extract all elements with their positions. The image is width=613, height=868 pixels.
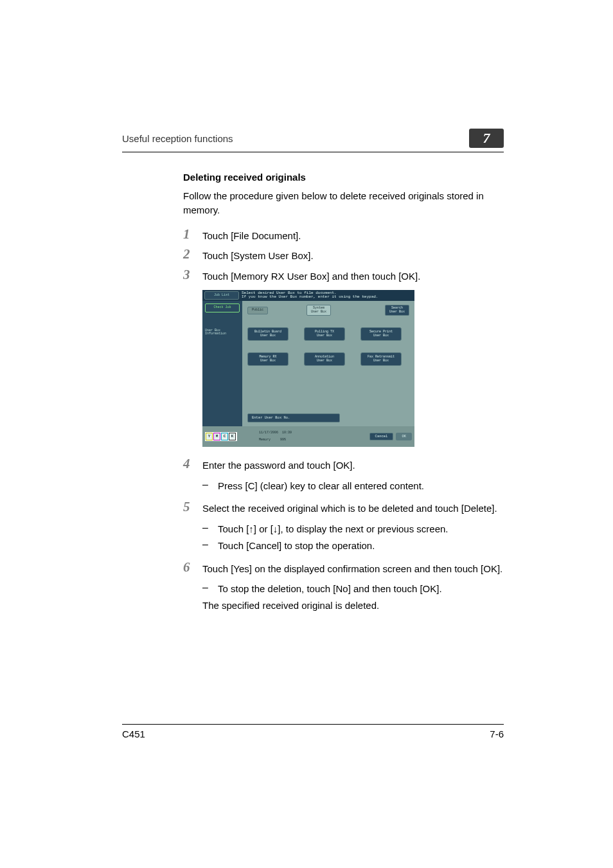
bullet-dash: – bbox=[202, 539, 218, 550]
footer-model: C451 bbox=[122, 728, 145, 739]
user-box-info-label: User Box Information bbox=[205, 329, 240, 336]
toner-c-icon: C bbox=[221, 433, 228, 440]
status-memory-label: Memory bbox=[259, 438, 271, 442]
check-job-button[interactable]: Check Job bbox=[205, 303, 240, 312]
substep-text: Touch [Cancel] to stop the operation. bbox=[218, 539, 375, 553]
bullet-dash: – bbox=[202, 479, 218, 491]
fax-retransmit-user-box-button[interactable]: Fax Retransmit User Box bbox=[360, 352, 402, 366]
cancel-button[interactable]: Cancel bbox=[369, 433, 394, 440]
tab-system-user-box[interactable]: System User Box bbox=[306, 305, 331, 316]
section-title: Deleting received originals bbox=[183, 172, 504, 183]
memory-rx-user-box-button[interactable]: Memory RX User Box bbox=[247, 352, 289, 366]
substep-text: Press [C] (clear) key to clear all enter… bbox=[218, 479, 424, 493]
step-text: Select the received original which is to… bbox=[202, 502, 497, 516]
bullet-dash: – bbox=[202, 582, 218, 593]
toner-k-icon: K bbox=[229, 433, 236, 440]
step-number: 6 bbox=[183, 561, 202, 574]
step-text: Touch [Yes] on the displayed confirmatio… bbox=[202, 562, 502, 576]
substep-text: To stop the deletion, touch [No] and the… bbox=[218, 582, 442, 596]
running-title: Useful reception functions bbox=[122, 133, 233, 144]
step-number: 2 bbox=[183, 248, 202, 261]
toner-m-icon: M bbox=[213, 433, 220, 440]
step-result-text: The specified received original is delet… bbox=[202, 599, 379, 613]
polling-tx-user-box-button[interactable]: Polling TX User Box bbox=[304, 327, 345, 341]
step-text: Enter the password and touch [OK]. bbox=[202, 458, 355, 473]
secure-print-user-box-button[interactable]: Secure Print User Box bbox=[360, 327, 402, 341]
status-time: 10:39 bbox=[282, 431, 292, 435]
tab-public[interactable]: Public bbox=[247, 307, 268, 314]
step-text: Touch [File Document]. bbox=[202, 229, 301, 243]
annotation-user-box-button[interactable]: Annotation User Box bbox=[304, 352, 345, 366]
step-number: 3 bbox=[183, 268, 202, 282]
substep-text: Touch [↑] or [↓], to display the next or… bbox=[218, 522, 449, 536]
step-number: 1 bbox=[183, 228, 202, 241]
chapter-number-badge: 7 bbox=[469, 129, 504, 148]
screen-header-message: Select desired User Box to file document… bbox=[242, 291, 413, 300]
footer-page-number: 7-6 bbox=[490, 728, 504, 739]
bullet-dash: – bbox=[202, 522, 218, 534]
embedded-screenshot: Job List Select desired User Box to file… bbox=[202, 290, 414, 447]
step-text: Touch [System User Box]. bbox=[202, 249, 314, 263]
status-date: 11/17/2006 bbox=[259, 431, 278, 435]
step-number: 4 bbox=[183, 457, 202, 471]
step-text: Touch [Memory RX User Box] and then touc… bbox=[202, 269, 420, 284]
enter-user-box-no-field[interactable]: Enter User Box No. bbox=[247, 413, 340, 422]
bulletin-board-user-box-button[interactable]: Bulletin Board User Box bbox=[247, 327, 289, 341]
status-memory-value: 99% bbox=[280, 438, 286, 442]
job-list-button[interactable]: Job List bbox=[204, 291, 239, 300]
search-user-box-button[interactable]: Search User Box bbox=[385, 305, 409, 316]
ok-button[interactable]: OK bbox=[396, 433, 412, 440]
toner-y-icon: Y bbox=[206, 433, 213, 440]
step-number: 5 bbox=[183, 500, 202, 514]
section-intro: Follow the procedure given below to dele… bbox=[183, 189, 504, 217]
toner-status-icons: Y M C K bbox=[205, 432, 237, 441]
